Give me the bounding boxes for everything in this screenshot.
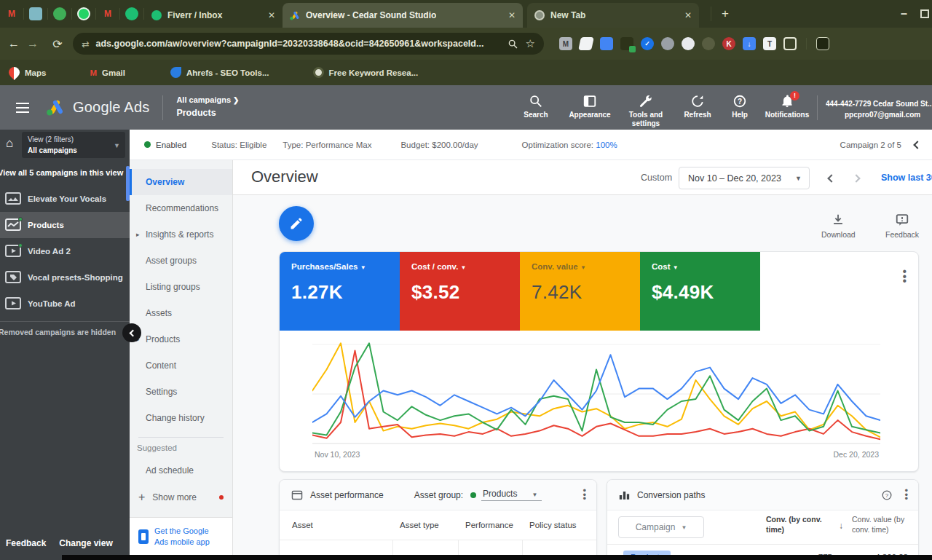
- address-bar[interactable]: ⇄ ads.google.com/aw/overview?campaignId=…: [73, 33, 544, 55]
- nav-item-asset-groups[interactable]: Asset groups: [130, 248, 232, 274]
- teal-app-icon[interactable]: [29, 7, 42, 20]
- extension-icon-3[interactable]: [600, 37, 613, 50]
- nav-item-settings[interactable]: Settings: [130, 379, 232, 405]
- breadcrumb-top[interactable]: All campaigns ❯: [176, 95, 239, 106]
- show-more-button[interactable]: + Show more: [130, 481, 232, 513]
- sidebar-feedback-button[interactable]: Feedback: [6, 538, 46, 548]
- nav-item-change-history[interactable]: Change history: [130, 405, 232, 431]
- column-header[interactable]: Policy status: [529, 521, 577, 529]
- refresh-button[interactable]: Refresh: [674, 94, 721, 127]
- metric-tile-purchases-sales[interactable]: Purchases/Sales ▼ 1.27K: [280, 252, 400, 331]
- reload-icon[interactable]: ⟳: [48, 37, 67, 51]
- search-icon[interactable]: [508, 39, 518, 50]
- column-header[interactable]: Asset type: [400, 521, 465, 529]
- column-header-conv[interactable]: Conv. (by conv. time): [766, 515, 836, 535]
- close-icon[interactable]: ✕: [268, 10, 275, 20]
- extension-lock-icon[interactable]: [620, 37, 633, 50]
- gmail-icon[interactable]: M: [5, 7, 18, 20]
- extension-icon-2[interactable]: [578, 37, 594, 50]
- tools-settings-button[interactable]: Tools and settings: [617, 94, 674, 127]
- nav-item-listing-groups[interactable]: Listing groups: [130, 274, 232, 300]
- profile-avatar[interactable]: [816, 37, 829, 50]
- sort-arrow-icon[interactable]: ↓: [839, 521, 843, 531]
- extension-icon-1[interactable]: M: [559, 37, 572, 50]
- campaign-filter-dropdown[interactable]: Campaign ▼: [618, 516, 704, 538]
- help-icon[interactable]: ?: [881, 489, 893, 501]
- asset-performance-menu-button[interactable]: •••: [582, 489, 586, 500]
- prev-range-icon[interactable]: [827, 174, 835, 182]
- breadcrumb-current[interactable]: Products: [176, 106, 239, 119]
- back-icon[interactable]: ←: [4, 37, 23, 50]
- enabled-label[interactable]: Enabled: [156, 141, 186, 149]
- fiverr-pinned-icon[interactable]: [125, 7, 138, 20]
- whatsapp-icon[interactable]: [77, 7, 90, 20]
- nav-item-content[interactable]: Content: [130, 352, 232, 379]
- close-icon[interactable]: ✕: [684, 10, 692, 20]
- conversion-paths-menu-button[interactable]: •••: [904, 489, 908, 500]
- nav-item-assets[interactable]: Assets: [130, 300, 232, 326]
- extension-icon-6[interactable]: [661, 37, 674, 50]
- search-button[interactable]: Search: [510, 94, 562, 127]
- nav-item-ad-schedule[interactable]: Ad schedule: [130, 460, 232, 481]
- bookmark-free-keyword[interactable]: Free Keyword Resea...: [313, 67, 419, 78]
- collapse-panel-button[interactable]: [122, 323, 141, 342]
- notifications-button[interactable]: ! Notifications: [759, 94, 816, 127]
- metric-tile-conv-value[interactable]: Conv. value ▼ 7.42K: [520, 252, 640, 331]
- metric-tile-cost-per-conv[interactable]: Cost / conv. ▼ $3.52: [400, 252, 520, 331]
- sidebar-item-products[interactable]: Products: [0, 212, 130, 238]
- help-button[interactable]: ? Help: [721, 94, 759, 127]
- extension-icon-10[interactable]: ↓: [743, 37, 756, 50]
- nav-item-insights-reports[interactable]: ▸Insights & reports: [130, 221, 232, 248]
- edit-fab-button[interactable]: [279, 206, 314, 241]
- extension-icon-8[interactable]: [702, 37, 715, 50]
- sidebar-item-video-ad-2[interactable]: Video Ad 2: [0, 238, 130, 264]
- tab-overview-active[interactable]: Overview - Cedar Sound Studio ✕: [283, 3, 523, 28]
- extension-icon-7[interactable]: [682, 37, 695, 50]
- menu-icon[interactable]: [16, 100, 29, 116]
- green-app-icon[interactable]: [53, 7, 66, 20]
- account-info[interactable]: 444-442-7729 Cedar Sound St.. ppcpro07@g…: [826, 98, 932, 120]
- budget-value[interactable]: $200.00/day: [432, 141, 478, 149]
- date-range-picker[interactable]: Nov 10 – Dec 20, 2023 ▼: [679, 167, 810, 189]
- column-header[interactable]: Asset: [280, 521, 400, 529]
- close-icon[interactable]: ✕: [508, 10, 516, 20]
- nav-item-overview[interactable]: Overview: [130, 169, 232, 195]
- extension-icon-11[interactable]: T: [763, 37, 776, 50]
- card-menu-button[interactable]: •••: [902, 269, 907, 284]
- optimization-value[interactable]: 100%: [596, 141, 617, 149]
- prev-campaign-icon[interactable]: [913, 141, 921, 149]
- url-text[interactable]: ads.google.com/aw/overview?campaignId=20…: [95, 39, 499, 49]
- extension-check-icon[interactable]: ✓: [641, 37, 654, 50]
- sidebar-item-vocal-presets-shopping[interactable]: Vocal presets-Shopping: [0, 264, 130, 291]
- bookmark-star-icon[interactable]: ☆: [526, 37, 535, 50]
- nav-item-recommendations[interactable]: Recommendations: [130, 195, 232, 221]
- bookmark-ahrefs[interactable]: Ahrefs - SEO Tools...: [170, 67, 269, 78]
- show-last-30-link[interactable]: Show last 30: [881, 173, 932, 183]
- sidebar-item-youtube-ad[interactable]: YouTube Ad: [0, 291, 130, 317]
- metric-tile-cost[interactable]: Cost ▼ $4.49K: [640, 252, 760, 331]
- bookmark-maps[interactable]: Maps: [9, 67, 46, 78]
- column-header[interactable]: Performance: [465, 521, 529, 529]
- site-settings-icon[interactable]: ⇄: [82, 39, 88, 50]
- view-filter-dropdown[interactable]: View (2 filters) All campaigns ▼: [22, 132, 125, 158]
- forward-icon[interactable]: →: [23, 37, 42, 50]
- sidebar-item-elevate-your-vocals[interactable]: Elevate Your Vocals: [0, 186, 130, 212]
- change-view-button[interactable]: Change view: [59, 538, 112, 548]
- bookmark-gmail[interactable]: M Gmail: [90, 68, 125, 77]
- minimize-button[interactable]: –: [901, 7, 907, 20]
- download-button[interactable]: Download: [821, 213, 856, 239]
- tab-fiverr[interactable]: Fiverr / Inbox ✕: [144, 3, 283, 28]
- window-control-box[interactable]: [920, 9, 929, 18]
- mobile-app-promo[interactable]: Get the Google Ads mobile app: [130, 517, 232, 555]
- gmail-icon-2[interactable]: M: [101, 7, 114, 20]
- next-range-icon[interactable]: [852, 174, 860, 182]
- extension-k-icon[interactable]: K: [722, 37, 735, 50]
- extensions-puzzle-icon[interactable]: [783, 37, 797, 50]
- tab-new-tab[interactable]: New Tab ✕: [527, 3, 699, 28]
- column-header-conv-value[interactable]: Conv. value (by conv. time): [852, 515, 916, 535]
- appearance-button[interactable]: Appearance: [562, 94, 617, 127]
- chevron-down-icon[interactable]: ▼: [532, 492, 537, 498]
- feedback-button[interactable]: Feedback: [885, 213, 919, 239]
- home-icon[interactable]: ⌂: [6, 136, 13, 151]
- nav-item-products[interactable]: ▸Products: [130, 326, 232, 352]
